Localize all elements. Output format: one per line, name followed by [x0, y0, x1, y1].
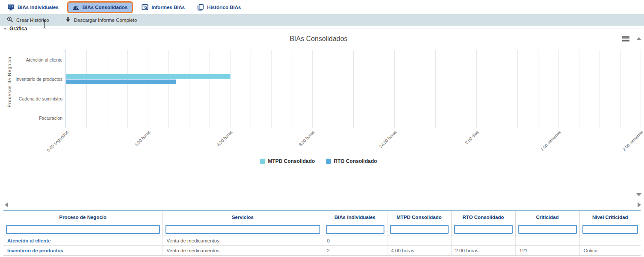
chart-bar — [66, 80, 176, 84]
legend-item[interactable]: RTO Consolidado — [326, 158, 377, 164]
tab-bias-consolidados[interactable]: BIAs Consolidados — [67, 1, 133, 13]
column-header[interactable]: MTPD Consolidado — [387, 211, 451, 223]
scroll-left-icon[interactable] — [5, 202, 8, 207]
gridline — [497, 50, 497, 128]
report-search-icon — [142, 4, 148, 11]
chart-bar — [66, 74, 230, 79]
column-header[interactable]: Proceso de Negocio — [3, 211, 162, 223]
filter-input[interactable] — [518, 225, 577, 234]
column-header[interactable]: Nivel Criticidad — [579, 211, 641, 223]
column-header[interactable]: Servicios — [162, 211, 323, 223]
tab-historico-bias[interactable]: Histórico BIAs — [193, 2, 245, 13]
chart-title: BIAs Consolidados — [0, 35, 637, 43]
filter-input[interactable] — [582, 225, 638, 234]
table-cell: 2 — [323, 246, 387, 256]
gridline — [271, 50, 272, 128]
gridline — [600, 50, 600, 128]
tab-label: Histórico BIAs — [207, 5, 241, 10]
legend-swatch — [326, 159, 331, 164]
gridline — [210, 50, 210, 128]
scroll-down-icon[interactable] — [636, 193, 641, 196]
section-divider — [29, 29, 642, 29]
chart-menu-icon[interactable] — [622, 36, 629, 42]
y-axis-tick — [63, 50, 66, 50]
gridline — [374, 50, 374, 128]
table-cell: 121 — [515, 246, 579, 256]
table-cell — [515, 236, 579, 246]
y-axis-tick — [63, 128, 66, 128]
legend-swatch — [260, 159, 265, 164]
gridline — [168, 50, 169, 128]
column-header[interactable]: Criticidad — [515, 211, 579, 223]
table-cell: 0 — [323, 236, 387, 246]
x-tick-label: 1.00 semanas — [540, 130, 562, 152]
x-tick-label: 24.00 horas — [378, 130, 398, 149]
scroll-right-icon[interactable] — [638, 202, 641, 207]
gridline — [517, 50, 518, 128]
category-label: Inventario de productos — [15, 76, 62, 83]
filter-input[interactable] — [326, 225, 384, 234]
gridline — [333, 50, 333, 128]
gridline — [435, 50, 436, 128]
legend-label: MTPD Consolidado — [268, 158, 315, 164]
y-axis-tick — [63, 89, 66, 89]
filter-input[interactable] — [454, 225, 513, 234]
table-filter-row — [3, 223, 641, 236]
process-link[interactable]: Inventario de productos — [3, 246, 162, 256]
grafica-section-header[interactable]: Gráfica — [0, 26, 644, 32]
tab-bias-individuales[interactable]: BIAs Individuales — [3, 2, 62, 13]
scroll-up-icon[interactable] — [636, 37, 641, 40]
tab-informes-bias[interactable]: Informes BIAs — [138, 2, 189, 13]
table-cell: Venta de medicamentos — [162, 236, 323, 246]
x-tick-label: 8.00 horas — [298, 130, 316, 147]
toolbar: Crear Histórico Descargar Informe Comple… — [0, 14, 644, 26]
gridline — [86, 50, 87, 128]
tab-label: BIAs Individuales — [18, 5, 59, 10]
filter-input[interactable] — [6, 225, 160, 234]
descargar-informe-button[interactable]: Descargar Informe Completo — [65, 17, 137, 24]
gridline — [312, 50, 313, 128]
filter-cell — [162, 223, 323, 236]
gridline — [189, 50, 189, 128]
x-tick-label: 4.00 horas — [216, 130, 233, 147]
text-cursor-pointer — [42, 20, 46, 30]
gridline — [230, 50, 230, 128]
tab-bar: BIAs Individuales BIAs Consolidados Info… — [0, 0, 644, 14]
table-cell — [387, 236, 451, 246]
collapse-triangle-icon — [3, 28, 7, 30]
toolbar-button-label: Descargar Informe Completo — [74, 18, 137, 23]
table-cell: Venta de medicamentos — [162, 246, 323, 256]
horizontal-scrollbar[interactable] — [0, 199, 644, 210]
filter-cell — [323, 223, 387, 236]
gridline — [251, 50, 251, 128]
table-cell — [579, 236, 641, 246]
chart-legend: MTPD ConsolidadoRTO Consolidado — [0, 158, 637, 164]
plot-area: Atención al clienteInventario de product… — [65, 50, 640, 128]
column-header[interactable]: BIAs Individuales — [323, 211, 387, 223]
x-tick-label: 0.00 segundos — [46, 130, 69, 153]
y-axis-tick — [63, 109, 66, 109]
toolbar-separator — [58, 16, 58, 24]
y-axis-tick — [63, 70, 66, 70]
gridline — [353, 50, 354, 128]
tab-label: Informes BIAs — [151, 5, 185, 10]
tab-label: BIAs Consolidados — [83, 5, 127, 10]
process-link[interactable]: Atención al cliente — [3, 236, 162, 246]
gridline — [558, 50, 559, 128]
gridline — [579, 50, 579, 128]
monitor-icon — [7, 4, 15, 11]
download-icon — [65, 17, 71, 24]
filter-cell — [3, 223, 162, 236]
clipboard-icon — [197, 4, 204, 11]
category-label: Facturacion — [39, 115, 62, 121]
filter-input[interactable] — [165, 225, 320, 234]
bias-table: Proceso de NegocioServiciosBIAs Individu… — [3, 210, 641, 256]
filter-input[interactable] — [390, 225, 449, 234]
gridline — [476, 50, 477, 128]
table-header-row: Proceso de NegocioServiciosBIAs Individu… — [3, 211, 641, 223]
gridline — [107, 50, 107, 128]
legend-label: RTO Consolidado — [334, 158, 377, 164]
column-header[interactable]: RTO Consolidado — [451, 211, 515, 223]
legend-item[interactable]: MTPD Consolidado — [260, 158, 315, 164]
category-label: Atención al cliente — [26, 56, 62, 63]
